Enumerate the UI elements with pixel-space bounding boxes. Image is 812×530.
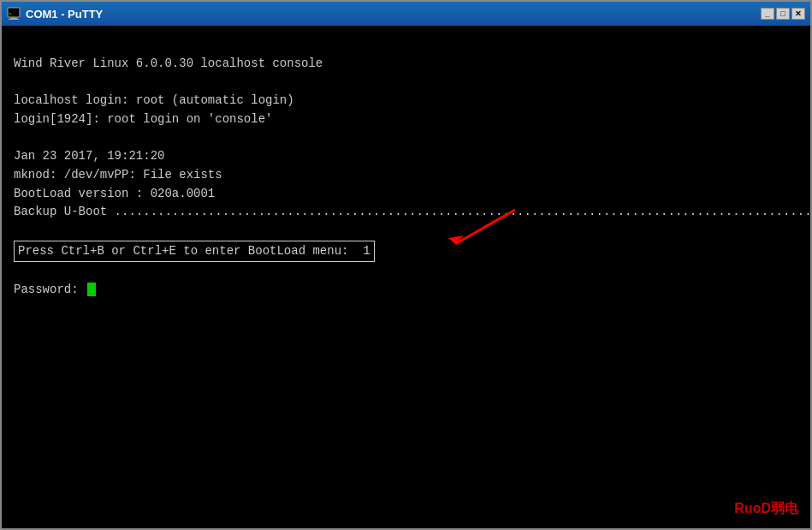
svg-rect-2	[9, 19, 19, 20]
terminal-cursor	[87, 283, 96, 296]
terminal-line-backup-uboot: Backup U-Boot ..........................…	[14, 203, 798, 222]
svg-text:>_: >_	[9, 10, 15, 17]
terminal-line-mknod: mknod: /dev/mvPP: File exists	[14, 166, 798, 185]
terminal-blank-1	[14, 36, 798, 55]
terminal-line-os: Wind River Linux 6.0.0.30 localhost cons…	[14, 55, 798, 74]
putty-window: >_ COM1 - PuTTY _ □ ✕ Wind River Linux 6…	[0, 0, 812, 530]
titlebar: >_ COM1 - PuTTY _ □ ✕	[2, 2, 810, 26]
terminal-line-date: Jan 23 2017, 19:21:20	[14, 147, 798, 166]
putty-icon: >_	[7, 7, 21, 21]
terminal-area[interactable]: Wind River Linux 6.0.0.30 localhost cons…	[2, 26, 810, 528]
terminal-blank-2	[14, 73, 798, 92]
terminal-line-password: Password:	[14, 281, 798, 300]
highlight-box: Press Ctrl+B or Ctrl+E to enter BootLoad…	[14, 241, 375, 263]
terminal-blank-5	[14, 262, 798, 281]
terminal-blank-4	[14, 222, 798, 241]
window-controls: _ □ ✕	[761, 8, 805, 20]
maximize-button[interactable]: □	[776, 8, 790, 20]
terminal-line-ctrlb: Press Ctrl+B or Ctrl+E to enter BootLoad…	[14, 241, 798, 263]
terminal-line-login2: login[1924]: root login on 'console'	[14, 110, 798, 129]
terminal-line-login1: localhost login: root (automatic login)	[14, 92, 798, 110]
terminal-line-bootload-ver: BootLoad version : 020a.0001	[14, 185, 798, 204]
watermark-text: RuoD弱电	[734, 501, 798, 515]
close-button[interactable]: ✕	[791, 8, 805, 20]
watermark: RuoD弱电	[734, 500, 798, 518]
minimize-button[interactable]: _	[761, 8, 774, 20]
window-title: COM1 - PuTTY	[26, 8, 761, 21]
terminal-blank-3	[14, 128, 798, 147]
